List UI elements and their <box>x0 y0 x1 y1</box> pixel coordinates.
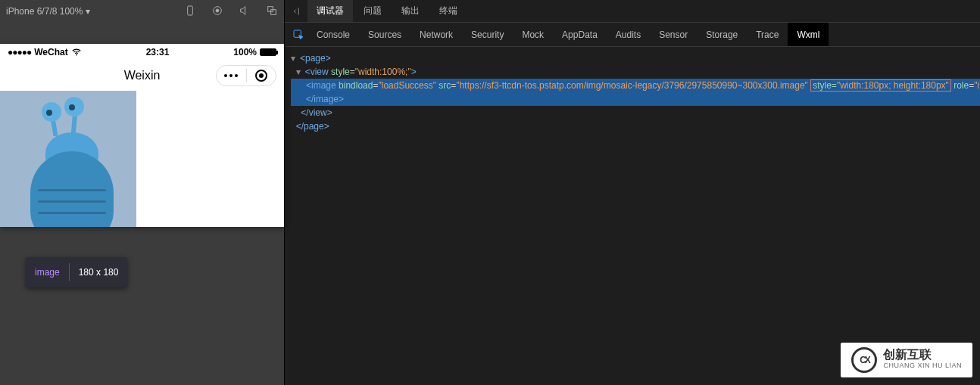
logo-watermark: CX 创新互联 CHUANG XIN HU LIAN <box>841 343 972 377</box>
subtab-security[interactable]: Security <box>462 23 513 46</box>
subtab-mock[interactable]: Mock <box>513 23 553 46</box>
simulator-toolbar: iPhone 6/7/8 100% ▾ <box>0 0 284 23</box>
devtools-body: ▾<page> ▾<view style="width:100%;"> <ima… <box>285 47 980 385</box>
logo-icon: CX <box>851 347 877 373</box>
device-label: iPhone 6/7/8 100% <box>6 6 83 17</box>
tab-issues[interactable]: 问题 <box>354 0 391 22</box>
element-picker-icon[interactable] <box>289 29 307 41</box>
devtools-sub-tabs: Console Sources Network Security Mock Ap… <box>285 23 980 47</box>
subtab-sensor[interactable]: Sensor <box>650 23 697 46</box>
logo-en: CHUANG XIN HU LIAN <box>883 360 962 371</box>
tab-output[interactable]: 输出 <box>392 0 429 22</box>
record-icon[interactable] <box>211 5 223 19</box>
subtab-audits[interactable]: Audits <box>607 23 650 46</box>
capsule-close-button[interactable] <box>247 70 276 82</box>
simulator-panel: iPhone 6/7/8 100% ▾ ●●●●● WeChat 23:31 1… <box>0 0 284 385</box>
detach-icon[interactable] <box>266 5 278 19</box>
expand-left-icon[interactable] <box>289 6 306 17</box>
device-selector[interactable]: iPhone 6/7/8 100% ▾ <box>6 6 90 17</box>
svg-point-5 <box>76 54 77 56</box>
mute-icon[interactable] <box>239 5 251 19</box>
devtools-panel: 调试器 问题 输出 终端 Console Sources Network Sec… <box>284 0 980 385</box>
carrier-label: WeChat <box>34 47 67 57</box>
battery-icon <box>260 48 276 56</box>
subtab-network[interactable]: Network <box>410 23 462 46</box>
signal-icon: ●●●●● <box>8 47 31 57</box>
devtools-top-tabs: 调试器 问题 输出 终端 <box>285 0 980 23</box>
image-element[interactable] <box>0 91 136 227</box>
phone-frame: ●●●●● WeChat 23:31 100% Weixin <box>0 44 284 227</box>
subtab-storage[interactable]: Storage <box>697 23 747 46</box>
wifi-icon <box>71 47 82 57</box>
tooltip-tag: image <box>35 267 60 278</box>
wxml-selected-node[interactable]: <image bindload="loadSuccess" src="https… <box>291 79 980 92</box>
battery-percent: 100% <box>233 47 257 57</box>
subtab-sources[interactable]: Sources <box>359 23 410 46</box>
capsule <box>216 65 276 86</box>
wxml-tree[interactable]: ▾<page> ▾<view style="width:100%;"> <ima… <box>285 47 980 385</box>
device-frame-icon[interactable] <box>184 5 196 19</box>
logo-cn: 创新互联 <box>883 349 962 360</box>
subtab-appdata[interactable]: AppData <box>553 23 607 46</box>
nav-bar: Weixin <box>0 61 284 91</box>
svg-rect-0 <box>188 6 193 15</box>
subtab-trace[interactable]: Trace <box>747 23 788 46</box>
phone-body <box>0 91 284 227</box>
tab-debugger[interactable]: 调试器 <box>307 0 353 22</box>
subtab-wxml[interactable]: Wxml <box>788 23 829 46</box>
tab-terminal[interactable]: 终端 <box>430 0 467 22</box>
subtab-console[interactable]: Console <box>307 23 359 46</box>
clock-label: 23:31 <box>146 47 170 57</box>
tooltip-dims: 180 x 180 <box>79 267 119 278</box>
status-bar: ●●●●● WeChat 23:31 100% <box>0 44 284 61</box>
svg-point-2 <box>216 9 219 12</box>
svg-rect-3 <box>268 6 273 11</box>
capsule-menu-button[interactable] <box>217 74 246 77</box>
chevron-down-icon: ▾ <box>86 6 90 17</box>
page-title: Weixin <box>124 69 161 82</box>
svg-rect-4 <box>271 9 276 14</box>
simulator-stage: ●●●●● WeChat 23:31 100% Weixin <box>0 23 284 385</box>
inspect-tooltip: image 180 x 180 <box>26 257 127 287</box>
